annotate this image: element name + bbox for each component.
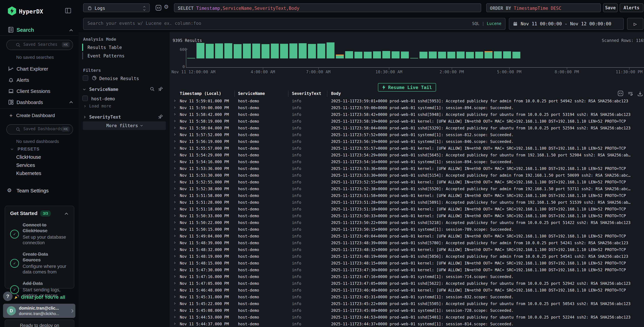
histogram-bar[interactable] — [438, 52, 446, 58]
source-select[interactable]: Logs — [83, 4, 150, 12]
table-row[interactable]: Nov 11 5:48:19.000 PMhost-demoinfo2025-1… — [170, 253, 644, 260]
filter-value-host-demo[interactable]: host-demo — [91, 96, 115, 101]
severitytext-expand-chevron-icon[interactable] — [83, 116, 86, 118]
collapse-sidebar-icon[interactable] — [64, 7, 72, 14]
table-row[interactable]: Nov 11 5:55:57.000 PMhost-demoinfo2025-1… — [170, 145, 644, 152]
histogram-bar[interactable] — [373, 51, 381, 58]
table-row[interactable]: Nov 11 5:47:16.000 PMhost-demoinfo2025-1… — [170, 273, 644, 280]
histogram-bar[interactable] — [466, 52, 474, 58]
histogram-bar[interactable] — [262, 44, 270, 58]
presets-chevron-down-icon[interactable] — [11, 148, 13, 150]
histogram-bar[interactable] — [429, 52, 437, 58]
histogram-bar[interactable] — [196, 43, 204, 58]
histogram-bar[interactable] — [187, 58, 195, 58]
column-header-timestamp[interactable]: Timestamp (Local) — [180, 91, 221, 96]
servicename-expand-chevron-icon[interactable] — [83, 88, 86, 90]
table-row[interactable]: Nov 11 5:54:16.000 PMhost-demoinfo2025-1… — [170, 158, 644, 165]
event-search-input[interactable] — [87, 20, 442, 26]
histogram-bar[interactable] — [410, 58, 418, 58]
table-code-view-icon[interactable] — [617, 90, 624, 96]
user-account-card[interactable]: D dominic.tran@clic... dominic.tran@clic… — [3, 304, 75, 318]
denoise-checkbox[interactable] — [83, 75, 88, 81]
histogram-bar[interactable] — [364, 52, 372, 58]
histogram-bar[interactable] — [215, 44, 223, 58]
histogram-bar[interactable] — [234, 44, 242, 58]
table-row[interactable]: Nov 11 5:58:19.000 PMhost-demoinfo2025-1… — [170, 118, 644, 125]
histogram-bar[interactable] — [457, 52, 464, 58]
histogram-bar[interactable] — [345, 51, 353, 58]
alerts-button[interactable]: Alerts — [620, 4, 643, 12]
pin-icon[interactable] — [158, 86, 163, 92]
histogram-bar[interactable] — [206, 44, 214, 58]
histogram-bar[interactable] — [354, 52, 362, 58]
table-row[interactable]: Nov 11 5:45:08.000 PMhost-demoinfo2025-1… — [170, 307, 644, 314]
sidebar-item-search[interactable]: Search — [16, 27, 34, 33]
histogram-bar[interactable] — [299, 43, 307, 58]
histogram-bar[interactable] — [401, 52, 409, 58]
preset-item-services[interactable]: Services — [16, 162, 35, 168]
load-more-button[interactable]: Load more — [89, 104, 111, 108]
preset-item-kubernetes[interactable]: Kubernetes — [16, 170, 41, 176]
table-row[interactable]: Nov 11 5:56:19.000 PMhost-demoinfo2025-1… — [170, 138, 644, 145]
histogram-bar[interactable] — [447, 52, 455, 58]
table-row[interactable]: Nov 11 5:45:22.000 PMhost-demoinfo2025-1… — [170, 300, 644, 307]
code-view-button[interactable] — [155, 4, 162, 11]
search-collapse-chevron-icon[interactable] — [70, 29, 73, 32]
host-demo-checkbox[interactable] — [82, 96, 88, 101]
table-row[interactable]: Nov 11 5:50:33.000 PMhost-demoinfo2025-1… — [170, 212, 644, 219]
column-header-body[interactable]: Body — [331, 91, 341, 96]
histogram-bar[interactable] — [420, 52, 428, 58]
table-row[interactable]: Nov 11 5:48:15.000 PMhost-demoinfo2025-1… — [170, 260, 644, 266]
download-icon[interactable] — [637, 90, 643, 97]
query-settings-gear-icon[interactable]: ⚙ — [164, 3, 168, 10]
filter-group-severitytext[interactable]: SeverityText — [89, 114, 121, 120]
histogram-bar[interactable] — [308, 44, 316, 58]
pin-icon[interactable] — [158, 114, 163, 119]
get-started-item[interactable]: ✓ Connect to ClickHouse Set up your data… — [10, 222, 70, 246]
table-row[interactable]: Nov 11 5:46:48.000 PMhost-demoinfo2025-1… — [170, 287, 644, 294]
dashboards-collapse-chevron-icon[interactable] — [70, 101, 73, 104]
histogram-bar[interactable] — [484, 51, 492, 58]
sidebar-item-alerts[interactable]: Alerts — [16, 77, 29, 83]
sidebar-item-client-sessions[interactable]: Client Sessions — [16, 88, 50, 94]
column-header-severitytext[interactable]: SeverityText — [292, 91, 321, 96]
histogram-bar[interactable] — [326, 42, 334, 58]
denoise-label[interactable]: Denoise Results — [99, 76, 139, 81]
table-row[interactable]: Nov 11 5:57:52.000 PMhost-demoinfo2025-1… — [170, 132, 644, 138]
table-row[interactable]: Nov 11 5:44:37.000 PMhost-demoinfo2025-1… — [170, 320, 644, 327]
table-row[interactable]: Nov 11 5:49:04.000 PMhost-demoinfo2025-1… — [170, 233, 644, 240]
table-row[interactable]: Nov 11 5:58:42.000 PMhost-demoinfo2025-1… — [170, 111, 644, 118]
table-row[interactable]: Nov 11 5:48:39.000 PMhost-demoinfo2025-1… — [170, 240, 644, 246]
sql-mode-toggle[interactable]: SQL — [472, 21, 480, 26]
wrap-lines-icon[interactable] — [627, 90, 634, 97]
resume-live-tail-button[interactable]: Resume Live Tail — [378, 83, 436, 92]
table-row[interactable]: Nov 11 5:47:05.000 PMhost-demoinfo2025-1… — [170, 280, 644, 287]
saved-dashboards-input[interactable] — [23, 126, 62, 132]
get-started-item[interactable]: ✓ Create Data Sources Configure where yo… — [10, 252, 70, 275]
saved-searches-input[interactable] — [23, 42, 62, 47]
event-search-box[interactable]: SQL | Lucene — [83, 18, 506, 30]
table-row[interactable]: Nov 11 5:59:00.000 PMhost-demoinfo2025-1… — [170, 104, 644, 111]
sidebar-item-dashboards[interactable]: Dashboards — [16, 100, 43, 105]
table-row[interactable]: Nov 11 5:51:18.000 PMhost-demoinfo2025-1… — [170, 206, 644, 212]
histogram-bar[interactable] — [317, 44, 325, 58]
histogram-bar[interactable] — [243, 44, 251, 58]
mode-results-table[interactable]: Results Table — [88, 45, 122, 50]
table-row[interactable]: Nov 11 5:51:28.000 PMhost-demoinfo2025-1… — [170, 199, 644, 206]
histogram-bar[interactable] — [290, 44, 297, 58]
histogram-bar[interactable] — [382, 51, 390, 58]
histogram-bar[interactable] — [512, 52, 520, 58]
select-clause-input[interactable]: SELECT Timestamp,ServiceName,SeverityTex… — [174, 4, 481, 12]
filter-search-icon[interactable] — [150, 86, 155, 92]
table-row[interactable]: Nov 11 5:54:29.000 PMhost-demoinfo2025-1… — [170, 152, 644, 158]
date-range-picker[interactable]: Nov 11 00:00:00 - Nov 12 00:00:00 — [509, 18, 624, 30]
table-row[interactable]: Nov 11 5:50:15.000 PMhost-demoinfo2025-1… — [170, 226, 644, 233]
histogram-bar[interactable] — [280, 44, 288, 58]
histogram-bar[interactable] — [252, 44, 260, 58]
saved-searches-search[interactable]: ⌘K — [6, 40, 73, 50]
mode-event-patterns[interactable]: Event Patterns — [88, 53, 124, 58]
save-button[interactable]: Save — [603, 4, 618, 12]
column-resize-handle[interactable] — [288, 91, 288, 96]
histogram-bar[interactable] — [224, 43, 232, 58]
create-dashboard-button[interactable]: Create Dashboard — [16, 113, 55, 118]
